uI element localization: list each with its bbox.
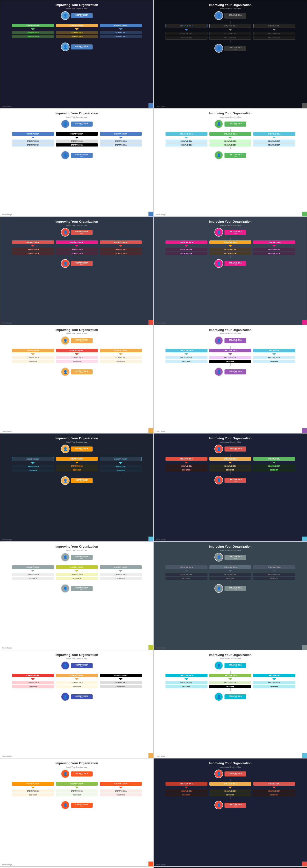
slide-6: Improving Your Organization Insert Your … — [154, 217, 307, 325]
designer-box: Designer — [12, 360, 54, 363]
corner-badge-9 — [148, 536, 153, 541]
slide-1: Improving Your Organization Insert Your … — [0, 0, 154, 108]
corner-badge-14 — [302, 753, 307, 758]
branch-3: CREATIVE IDEA CREATIVE IDEA CREATIVE IDE… — [100, 24, 142, 38]
slide-11: Improving Your Organization Insert Your … — [0, 541, 154, 650]
corner-badge-16 — [302, 862, 307, 866]
slide-7: Improving Your Organization Insert Your … — [0, 325, 154, 433]
mid-box-1: CREATIVE IDEA — [12, 24, 54, 27]
branches: CREATIVE IDEA CREATIVE IDEA CREATIVE IDE… — [5, 24, 148, 38]
slide-9: Improving Your Organization Insert Your … — [0, 433, 154, 541]
branch-1: CREATIVE IDEA CREATIVE IDEA CREATIVE IDE… — [12, 24, 54, 38]
sub-box-1b: CREATIVE IDEA — [12, 35, 54, 38]
bottom-box: CREATIVE IDEA CEO — [71, 44, 93, 50]
mid-box-2: CREATIVE IDEA — [56, 24, 98, 27]
bottom-node: 👤 CREATIVE IDEA CEO — [61, 42, 93, 51]
corner-badge-1 — [148, 103, 153, 108]
avatar: 👤 — [61, 11, 70, 20]
slide-2: Improving Your Organization Insert Your … — [154, 0, 307, 108]
corner-badge-2 — [302, 103, 307, 108]
mid-box-3: CREATIVE IDEA — [100, 24, 142, 27]
slide-3: Improving Your Organization Insert Your … — [0, 108, 154, 217]
avatar-bottom: 👤 — [61, 42, 70, 51]
slide-grid: Improving Your Organization Insert Your … — [0, 0, 307, 868]
slide-18: Improving Your Organization Insert Your … — [154, 867, 307, 868]
sub-box-2a: CREATIVE IDEA — [56, 31, 98, 34]
slide-16: Improving Your Organization Insert Your … — [154, 758, 307, 867]
slide-12: Improving Your Organization Insert Your … — [154, 541, 307, 650]
sub-box-3b: CREATIVE IDEA — [100, 35, 142, 38]
slide-1-chart: 👤 CREATIVE IDEA CEO CREATIVE IDEA CREATI… — [0, 11, 153, 51]
slide-4: Improving Your Organization Insert Your … — [154, 108, 307, 217]
corner-badge-11 — [148, 645, 153, 650]
corner-badge-13 — [148, 753, 153, 758]
slide-10: Improving Your Organization Insert Your … — [154, 433, 307, 541]
corner-badge-12 — [302, 645, 307, 650]
corner-badge-10 — [302, 536, 307, 541]
corner-badge-3 — [148, 212, 153, 216]
corner-badge-6 — [302, 320, 307, 325]
sub-box-3a: CREATIVE IDEA — [100, 31, 142, 34]
slide-8: Improving Your Organization Insert Your … — [154, 325, 307, 433]
top-box: CREATIVE IDEA CEO — [71, 13, 93, 18]
slide-13: Improving Your Organization Insert Your … — [0, 650, 154, 758]
slide-2-chart: 👤 CREATIVE IDEA CEO CREATIVE IDEA CREATI… — [154, 11, 307, 53]
sub-box-2b: CREATIVE IDEA — [56, 35, 98, 38]
slide-1-title: Improving Your Organization — [0, 0, 153, 8]
branch-2: CREATIVE IDEA CREATIVE IDEA CREATIVE IDE… — [56, 24, 98, 38]
slide-1-subtitle: Insert Your Creative Idea — [0, 8, 153, 10]
slide-5: Improving Your Organization Insert Your … — [0, 217, 154, 325]
sub-box-1a: CREATIVE IDEA — [12, 31, 54, 34]
slide-17: Improving Your Organization Insert Your … — [0, 867, 154, 868]
corner-badge-15 — [148, 862, 153, 866]
slide-14: Improving Your Organization Insert Your … — [154, 650, 307, 758]
corner-badge-8 — [302, 428, 307, 433]
slide-15: Improving Your Organization Insert Your … — [0, 758, 154, 867]
corner-badge-4 — [302, 212, 307, 216]
corner-badge-7 — [148, 428, 153, 433]
corner-badge-5 — [148, 320, 153, 325]
top-node: 👤 CREATIVE IDEA CEO — [61, 11, 93, 20]
